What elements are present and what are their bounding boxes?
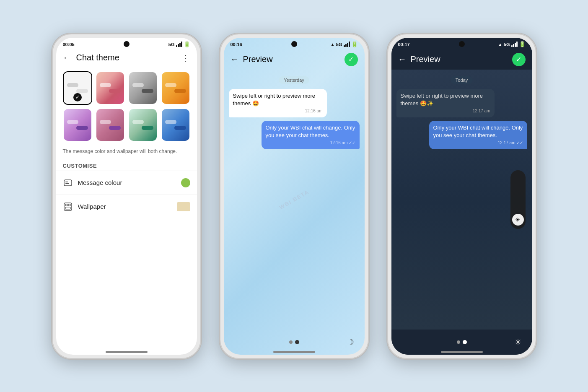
phone2-received-bubble: Swipe left or right to preview more them… bbox=[229, 89, 327, 117]
phone3-message2-text: Only your WBI chat will change. Only you… bbox=[433, 125, 523, 138]
phone3-date-badge: Today bbox=[451, 76, 473, 84]
phone2-message1-text: Swipe left or right to preview more them… bbox=[233, 93, 316, 106]
phone2-message2-time: 12:16 am ✓✓ bbox=[266, 140, 355, 146]
pager-dot-2 bbox=[295, 340, 299, 344]
phone2-sent-bubble: Only your WBI chat will change. Only you… bbox=[262, 121, 360, 149]
phone2-notch bbox=[291, 41, 297, 47]
signal-bar-3 bbox=[347, 43, 348, 47]
signal-bar-1 bbox=[176, 45, 177, 47]
phone3-slider-track: ☀ bbox=[510, 170, 526, 229]
phone2-watermark: WBI BETA bbox=[278, 188, 310, 210]
phone3-confirm-button[interactable]: ✓ bbox=[512, 53, 526, 66]
theme-item-1[interactable]: ✓ bbox=[63, 71, 92, 105]
phone3-time: 00:17 bbox=[398, 42, 410, 47]
signal-bar-1 bbox=[511, 45, 513, 47]
signal-bar-1 bbox=[344, 45, 345, 47]
phone3-title: Preview bbox=[411, 55, 440, 64]
phone3-theme-toggle[interactable]: ☀ bbox=[510, 335, 526, 350]
phone3-signal-type: 5G bbox=[504, 42, 510, 47]
svg-rect-0 bbox=[64, 180, 72, 186]
phone3-notch bbox=[459, 41, 465, 47]
phone3-back-button[interactable]: ← bbox=[398, 55, 407, 64]
phone2-chat-area: WBI BETA Yesterday Swipe left or right t… bbox=[224, 70, 365, 330]
svg-rect-1 bbox=[65, 182, 68, 182]
phone3-signal-bars bbox=[511, 42, 518, 47]
phone1-battery-icon: 🔋 bbox=[184, 41, 190, 47]
theme-item-3[interactable] bbox=[128, 71, 158, 105]
phone1-app-header: ← Chat theme ⋮ bbox=[56, 49, 197, 66]
signal-bar-2 bbox=[345, 44, 347, 47]
svg-rect-4 bbox=[65, 204, 67, 206]
phone2-header-left: ← Preview bbox=[231, 55, 273, 64]
phone3-status-icons: ▲ 5G 🔋 bbox=[498, 41, 526, 47]
phone2-title: Preview bbox=[243, 55, 273, 64]
pager-dot-2 bbox=[463, 340, 467, 344]
phone1-message-colour-left: Message colour bbox=[63, 178, 122, 188]
theme-item-2[interactable] bbox=[96, 71, 125, 105]
phone1-description: The message color and wallpaper will bot… bbox=[56, 147, 197, 159]
phone2-alert-icon: ▲ bbox=[330, 42, 335, 47]
phone2-back-button[interactable]: ← bbox=[231, 55, 239, 64]
phone3-side-btn-top bbox=[536, 92, 537, 113]
phone1-message-colour-row[interactable]: Message colour bbox=[56, 171, 197, 195]
phone1-wallpaper-label: Wallpaper bbox=[78, 203, 106, 210]
svg-rect-2 bbox=[65, 183, 69, 184]
phone3-slider-thumb: ☀ bbox=[512, 214, 524, 226]
phone3-inner: 00:17 ▲ 5G 🔋 ← Preview bbox=[391, 38, 532, 355]
signal-bar-3 bbox=[515, 43, 516, 47]
theme-item-5[interactable] bbox=[63, 108, 92, 142]
phone2-time: 00:16 bbox=[231, 42, 242, 47]
phone2: 00:16 ▲ 5G 🔋 ← Preview bbox=[219, 33, 370, 360]
phone2-side-btn-mid bbox=[369, 117, 370, 138]
phone1-wallpaper-row[interactable]: Wallpaper bbox=[56, 195, 197, 218]
phone3-header: ← Preview ✓ bbox=[391, 49, 532, 70]
phone2-signal-bars bbox=[344, 42, 350, 47]
phones-container: 00:05 5G 🔋 ← Chat theme bbox=[39, 20, 550, 372]
phone3-message1-time: 12:17 am bbox=[401, 108, 490, 114]
phone1: 00:05 5G 🔋 ← Chat theme bbox=[51, 33, 202, 360]
phone1-bottom-bar bbox=[106, 351, 148, 353]
signal-bar-4 bbox=[349, 42, 350, 47]
phone3-alert-icon: ▲ bbox=[498, 42, 503, 47]
phone2-status-icons: ▲ 5G 🔋 bbox=[330, 41, 358, 47]
phone2-pager bbox=[289, 340, 299, 344]
phone2-theme-toggle[interactable]: ☽ bbox=[343, 335, 358, 350]
theme-item-7[interactable] bbox=[128, 108, 158, 142]
phone1-back-button[interactable]: ← bbox=[63, 53, 71, 62]
phone2-side-btn-top bbox=[369, 92, 370, 113]
signal-bar-4 bbox=[516, 42, 518, 47]
phone3-sent-bubble: Only your WBI chat will change. Only you… bbox=[429, 121, 527, 149]
phone3-received-bubble: Swipe left or right to preview more them… bbox=[396, 89, 495, 117]
phone3-bottom-bar bbox=[441, 351, 483, 353]
phone1-more-button[interactable]: ⋮ bbox=[181, 53, 190, 63]
signal-bar-3 bbox=[179, 43, 181, 47]
phone3-brightness-slider[interactable]: ☀ bbox=[510, 170, 526, 229]
phone1-message-colour-swatch bbox=[181, 178, 190, 187]
pager-dot-1 bbox=[457, 340, 460, 344]
phone3-read-ticks: ✓✓ bbox=[516, 140, 523, 146]
phone3-side-btn-mid bbox=[536, 117, 537, 138]
phone1-message-colour-label: Message colour bbox=[78, 179, 122, 186]
phone2-confirm-button[interactable]: ✓ bbox=[345, 53, 358, 66]
phone3-header-left: ← Preview bbox=[398, 55, 440, 64]
phone1-inner: 00:05 5G 🔋 ← Chat theme bbox=[56, 38, 197, 355]
phone2-bottom-bar bbox=[273, 351, 315, 353]
svg-rect-5 bbox=[68, 204, 70, 206]
signal-bar-2 bbox=[178, 44, 179, 47]
phone1-signal-type: 5G bbox=[168, 42, 175, 47]
message-colour-icon bbox=[63, 178, 73, 188]
signal-bar-2 bbox=[513, 44, 514, 47]
phone3-pager bbox=[457, 340, 467, 344]
phone1-header-left: ← Chat theme bbox=[63, 53, 119, 62]
phone1-wallpaper-swatch bbox=[177, 202, 190, 211]
theme-item-4[interactable] bbox=[161, 71, 190, 105]
signal-bar-4 bbox=[181, 42, 182, 47]
wallpaper-icon bbox=[63, 202, 73, 212]
svg-rect-6 bbox=[65, 207, 70, 209]
phone2-message2-text: Only your WBI chat will change. Only you… bbox=[266, 125, 355, 138]
phone3-message2-time: 12:17 am ✓✓ bbox=[433, 140, 523, 146]
phone3-message1-text: Swipe left or right to preview more them… bbox=[401, 93, 483, 106]
theme-item-8[interactable] bbox=[161, 108, 190, 142]
pager-dot-1 bbox=[289, 340, 293, 344]
theme-item-6[interactable] bbox=[96, 108, 125, 142]
